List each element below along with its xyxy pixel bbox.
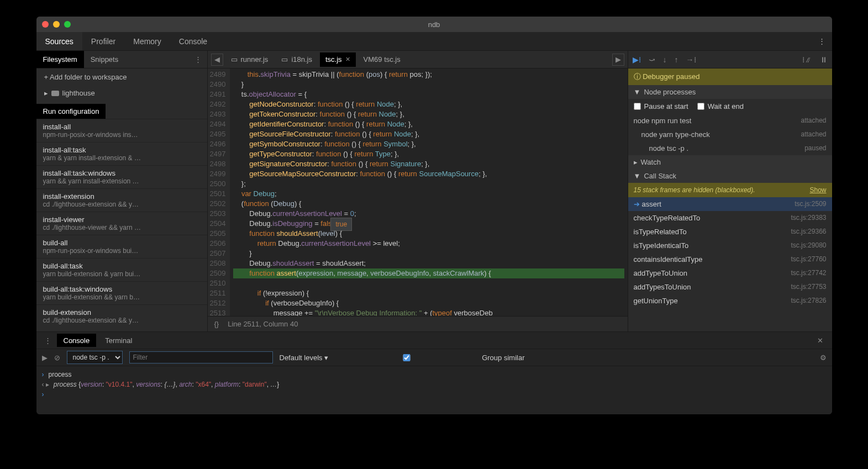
- script-item[interactable]: install-all:taskyarn & yarn install-exte…: [36, 142, 207, 165]
- process-row[interactable]: node npm run testattached: [628, 114, 832, 128]
- stack-frame[interactable]: getUnionTypetsc.js:27826: [628, 294, 832, 308]
- run-configuration-header: Run configuration: [36, 104, 106, 119]
- script-item[interactable]: build-extensioncd ./lighthouse-extension…: [36, 304, 207, 328]
- stack-frame[interactable]: containsIdenticalTypetsc.js:27760: [628, 252, 832, 266]
- process-row[interactable]: node tsc -p .paused: [628, 141, 832, 155]
- main-tabs: Sources Profiler Memory Console ⋮: [36, 32, 832, 51]
- sidebar: Filesystem Snippets ⋮ + Add folder to wo…: [36, 51, 208, 331]
- window-maximize-icon[interactable]: [64, 21, 71, 28]
- stack-frame[interactable]: ➔asserttsc.js:2509: [628, 197, 832, 211]
- cursor-position: Line 2511, Column 40: [228, 320, 298, 328]
- file-tab-vm69[interactable]: VM69 tsc.js: [358, 52, 406, 67]
- watch-header[interactable]: ▸ Watch: [628, 155, 832, 169]
- script-item[interactable]: build-all:taskyarn build-extension & yar…: [36, 258, 207, 281]
- stack-frame[interactable]: addTypeToUniontsc.js:27742: [628, 266, 832, 280]
- code-content[interactable]: this.skipTrivia = skipTrivia || (functio…: [230, 68, 627, 316]
- pause-exceptions-button[interactable]: ⏸: [820, 55, 828, 64]
- stack-frame[interactable]: isTypeRelatedTotsc.js:29366: [628, 225, 832, 239]
- tree-item-lighthouse[interactable]: ▸ lighthouse: [36, 86, 207, 101]
- window-title: ndb: [428, 20, 440, 29]
- file-tab-tsc[interactable]: tsc.js✕: [320, 52, 356, 67]
- filter-input[interactable]: [129, 351, 273, 363]
- window-minimize-icon[interactable]: [53, 21, 60, 28]
- drawer-tab-console[interactable]: Console: [57, 334, 97, 347]
- show-blackboxed-link[interactable]: Show: [809, 186, 826, 194]
- file-tab-i18n[interactable]: ▭i18n.js: [276, 52, 318, 67]
- chevron-right-icon: ▸: [44, 89, 48, 97]
- console-input-text: process: [49, 371, 72, 378]
- tree-item-label: lighthouse: [62, 89, 95, 97]
- file-tab-runner[interactable]: ▭runner.js: [225, 52, 274, 67]
- drawer-menu-icon[interactable]: ⋮: [41, 336, 55, 345]
- tab-console[interactable]: Console: [170, 32, 216, 50]
- tab-snippets[interactable]: Snippets: [84, 51, 125, 68]
- add-folder-button[interactable]: + Add folder to workspace: [36, 68, 207, 86]
- file-tabs: ◀ ▭runner.js ▭i18n.js tsc.js✕ VM69 tsc.j…: [208, 51, 628, 68]
- line-gutter: 2489249024912492249324942495249624972498…: [208, 68, 230, 316]
- call-stack-header[interactable]: ▼ Call Stack: [628, 169, 832, 183]
- format-icon[interactable]: {}: [214, 320, 219, 328]
- tab-filesystem[interactable]: Filesystem: [36, 51, 84, 68]
- editor-status-bar: {} Line 2511, Column 40: [208, 316, 628, 331]
- main-menu-icon[interactable]: ⋮: [812, 37, 832, 45]
- js-file-icon: ▭: [281, 55, 288, 64]
- node-processes-header[interactable]: ▼ Node processes: [628, 85, 832, 99]
- drawer: ⋮ Console Terminal ✕ ▶ ⊘ node tsc -p . D…: [36, 331, 832, 414]
- context-select[interactable]: node tsc -p .: [67, 351, 123, 364]
- drawer-close-button[interactable]: ✕: [813, 336, 828, 345]
- group-similar-checkbox[interactable]: Group similar: [335, 354, 524, 362]
- script-item[interactable]: install-viewercd ./lighthouse-viewer && …: [36, 212, 207, 235]
- script-item[interactable]: install-allnpm-run-posix-or-windows ins…: [36, 119, 207, 142]
- deactivate-breakpoints-button[interactable]: ⁞⫽: [802, 55, 812, 64]
- resume-button[interactable]: ▶⁞: [633, 55, 641, 64]
- stack-frame[interactable]: addTypesToUniontsc.js:27753: [628, 280, 832, 294]
- stack-frame[interactable]: isTypeIdenticalTotsc.js:29080: [628, 239, 832, 252]
- console-output[interactable]: ›process ‹ ▸process {version: "v10.4.1",…: [36, 366, 832, 414]
- script-item[interactable]: install-extensioncd ./lighthouse-extensi…: [36, 188, 207, 212]
- step-into-button[interactable]: ↓: [663, 55, 667, 64]
- step-out-button[interactable]: ↑: [675, 55, 678, 64]
- tab-memory[interactable]: Memory: [124, 32, 170, 50]
- script-item[interactable]: install-all:task:windowsyarn && yarn ins…: [36, 165, 207, 188]
- console-settings-icon[interactable]: ⚙: [820, 354, 827, 362]
- debugger-paused-banner: ⓘ Debugger paused: [628, 68, 832, 85]
- tab-profiler[interactable]: Profiler: [82, 32, 124, 50]
- clear-console-button[interactable]: ⊘: [54, 354, 60, 362]
- execute-icon[interactable]: ▶: [42, 354, 48, 362]
- script-item[interactable]: build-all:task:windowsyarn build-extensi…: [36, 281, 207, 304]
- js-file-icon: ▭: [231, 55, 238, 64]
- close-icon[interactable]: ✕: [345, 56, 350, 63]
- window-close-icon[interactable]: [42, 21, 49, 28]
- step-button[interactable]: →⁞: [686, 55, 696, 64]
- nav-back-button[interactable]: ◀: [211, 54, 223, 66]
- script-item[interactable]: build-allnpm-run-posix-or-windows bui…: [36, 235, 207, 258]
- debugger-panel: ▶⁞ ⤻ ↓ ↑ →⁞ ⁞⫽ ⏸ ⓘ Debugger paused ▼ Nod…: [628, 51, 832, 331]
- wait-at-end-checkbox[interactable]: Wait at end: [697, 102, 744, 110]
- stack-frame[interactable]: checkTypeRelatedTotsc.js:29383: [628, 211, 832, 225]
- titlebar: ndb: [36, 17, 832, 32]
- code-editor[interactable]: 2489249024912492249324942495249624972498…: [208, 68, 628, 316]
- value-tooltip: true: [330, 218, 352, 231]
- blackbox-banner: 15 stack frames are hidden (blackboxed).…: [628, 183, 832, 197]
- tab-sources[interactable]: Sources: [36, 32, 82, 50]
- process-row[interactable]: node yarn type-checkattached: [628, 128, 832, 141]
- step-over-button[interactable]: ⤻: [649, 55, 655, 64]
- levels-dropdown[interactable]: Default levels ▾: [280, 354, 329, 362]
- folder-icon: [51, 91, 59, 96]
- pause-at-start-checkbox[interactable]: Pause at start: [634, 102, 688, 110]
- sidebar-menu-icon[interactable]: ⋮: [189, 55, 207, 64]
- drawer-tab-terminal[interactable]: Terminal: [98, 334, 139, 347]
- expand-editor-button[interactable]: ▶: [612, 54, 624, 66]
